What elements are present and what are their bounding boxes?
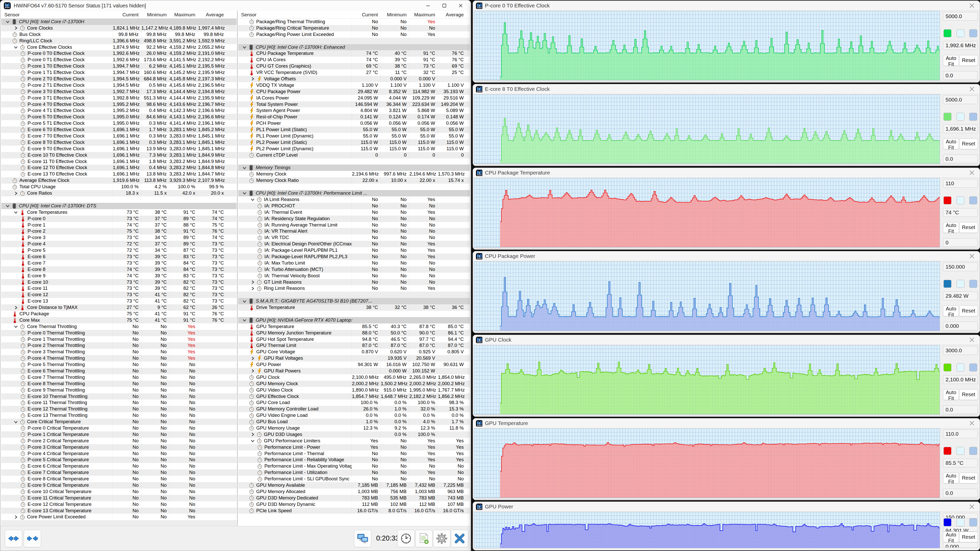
sensor-row[interactable]: Performance Limit - PowerYesNoYesYes — [238, 444, 470, 451]
sensor-row[interactable]: P-core 2 Thermal ThrottlingNoNoYes — [1, 342, 237, 349]
sensor-row[interactable]: GPU Video Clock1,890.0 MHz915.0 MHz1,995… — [238, 387, 470, 393]
sensor-row[interactable]: E-core 11 Thermal ThrottlingNoNoNo — [1, 400, 237, 406]
sensor-row[interactable]: P-core 5 T1 Effective Clock1,995.0 MHz0.… — [1, 120, 237, 127]
clock-button[interactable] — [397, 530, 415, 547]
reset-button[interactable]: Reset — [959, 55, 978, 66]
sensor-row[interactable]: Ring/LLC Clock1,396.6 MHz498.8 MHz3,591.… — [1, 38, 237, 44]
expand-columns-button[interactable] — [5, 530, 22, 547]
sensor-row[interactable]: E-core 7 Thermal ThrottlingNoNoNo — [1, 374, 237, 381]
auto-fit-button[interactable]: Auto Fit — [943, 222, 959, 233]
current-value-field[interactable]: 2,100.0 MHz — [943, 375, 978, 384]
sensor-row[interactable]: GPU Memory Junction Temperature88.0 °C50… — [238, 330, 470, 336]
current-value-field[interactable]: 94.301 W — [943, 526, 978, 532]
sensor-row[interactable]: E-core 11 Critical TemperatureNoNoNo — [1, 495, 237, 501]
sensor-row[interactable]: Total System Power146.594 W36.344 W223.6… — [238, 101, 470, 108]
sensor-row[interactable]: IA: Residency State RegulationNoNoNo — [238, 216, 470, 222]
graph-close-icon[interactable] — [967, 169, 976, 176]
sensor-row[interactable]: System Agent Power4.804 W3.821 W5.868 W5… — [238, 107, 470, 114]
sensor-row[interactable]: P-core 572 °C34 °C87 °C73 °C — [1, 247, 237, 254]
sensor-row[interactable]: PCIe Link Speed16.0 GT/s8.0 GT/s16.0 GT/… — [238, 508, 470, 514]
background-color-swatch[interactable] — [956, 197, 964, 204]
sensor-row[interactable]: E-core 6 Thermal ThrottlingNoNoNo — [1, 368, 237, 374]
scale-max-field[interactable]: 5000.0 — [943, 95, 978, 104]
series-color-swatch[interactable] — [943, 280, 951, 288]
sensor-row[interactable]: E-core 11 T0 Effective Clock1,696.1 MHz1… — [1, 159, 237, 165]
col-current[interactable]: Current — [113, 11, 141, 18]
graph-window-p-core-0-t0-effective-clock[interactable]: P-core 0 T0 Effective Clock5000.01,992.6… — [473, 0, 980, 83]
reset-button[interactable]: Reset — [959, 389, 978, 400]
sensor-row[interactable]: GPU Rail Powers0.000 W100.152 W — [238, 368, 470, 374]
sensor-row[interactable]: GPU D3D Memory Dedicated783 MB535 MB783 … — [238, 495, 470, 501]
sensor-row[interactable]: P-core 5 Critical TemperatureNoNoNo — [1, 457, 237, 463]
sensor-row[interactable]: IA: Package-Level RAPL/PBM PL2,PL3NoNoYe… — [238, 254, 470, 260]
col-current[interactable]: Current — [352, 11, 380, 18]
sensor-row[interactable]: P-core 4 Thermal ThrottlingNoNoYes — [1, 355, 237, 362]
graph-window-gpu-temperature[interactable]: GPU Temperature110.085.5 °CAuto FitReset… — [473, 418, 980, 500]
graph-window-cpu-package-power[interactable]: CPU Package Power150.00029.482 WAuto Fit… — [473, 251, 980, 333]
sensor-row[interactable]: E-core 874 °C39 °C84 °C73 °C — [1, 266, 237, 273]
sensor-row[interactable]: CPU IA Cores74 °C39 °C91 °C76 °C — [238, 57, 470, 63]
sensor-row[interactable]: P-core 1 T0 Effective Clock1,994.7 MHz6.… — [1, 63, 237, 69]
graph-close-icon[interactable] — [967, 252, 976, 260]
sensor-row[interactable]: CPU GT Cores (Graphics)69 °C38 °C73 °C69… — [238, 63, 470, 69]
graph-window-e-core-8-t0-effective-clock[interactable]: E-core 8 T0 Effective Clock5000.01,696.1… — [473, 84, 980, 166]
sensor-row[interactable]: CPU Package75 °C41 °C91 °C76 °C — [1, 311, 237, 317]
sensor-row[interactable]: Average Effective Clock1,919.6 MHz113.8 … — [1, 177, 237, 184]
auto-fit-button[interactable]: Auto Fit — [943, 532, 959, 542]
sensor-row[interactable]: P-core 1 Critical TemperatureNoNoNo — [1, 431, 237, 438]
sensor-row[interactable]: P-core 3 Thermal ThrottlingNoNoYes — [1, 349, 237, 355]
reset-button[interactable]: Reset — [959, 138, 978, 149]
sensor-row[interactable]: GPU Bus Load1.0 %0.0 %4.0 %1.7 % — [238, 419, 470, 425]
graph-titlebar[interactable]: GPU Clock — [473, 335, 980, 345]
sensor-row[interactable]: P-core 0 Thermal ThrottlingNoNoYes — [1, 330, 237, 336]
close-button[interactable] — [452, 0, 469, 11]
scale-min-field[interactable]: 0.0 — [943, 405, 978, 414]
sensor-row[interactable]: Package/Ring Power Limit ExceededNoNoYes — [238, 32, 470, 38]
sensor-row[interactable]: IA Cores Power24.095 W4.044 W109.229 W29… — [238, 95, 470, 101]
settings-gear-button[interactable] — [433, 530, 450, 547]
sensor-row[interactable]: E-core 773 °C39 °C84 °C73 °C — [1, 260, 237, 266]
series-color-swatch[interactable] — [943, 29, 951, 37]
sensor-row[interactable]: GPU D3D Usages0.0 %100.0 % — [238, 431, 470, 438]
sensor-row[interactable]: P-core 5 Thermal ThrottlingNoNoNo — [1, 362, 237, 368]
sensor-row[interactable]: E-core 974 °C39 °C83 °C73 °C — [1, 273, 237, 279]
background-color-swatch[interactable] — [956, 280, 964, 288]
background-color-swatch[interactable] — [956, 29, 964, 37]
sensor-row[interactable]: Rest-of-Chip Power0.141 W0.124 W0.174 W0… — [238, 114, 470, 120]
sensor-row[interactable]: E-core 673 °C39 °C83 °C73 °C — [1, 254, 237, 260]
grid-color-swatch[interactable] — [969, 447, 977, 455]
sensor-row[interactable]: P-core 0 T1 Effective Clock1,992.6 MHz17… — [1, 57, 237, 63]
col-sensor[interactable]: Sensor — [1, 11, 113, 18]
graph-window-gpu-clock[interactable]: GPU Clock3000.02,100.0 MHzAuto FitReset0… — [473, 335, 980, 417]
sensor-row[interactable]: IA: Running Average Thermal LimitNoNoNo — [238, 222, 470, 228]
sensor-row[interactable]: GPU Core Load100.0 %0.0 %100.0 %98.3 % — [238, 400, 470, 406]
sensor-row[interactable]: P-core 5 T0 Effective Clock1,995.0 MHz84… — [1, 114, 237, 120]
col-average[interactable]: Average — [198, 11, 226, 18]
series-color-swatch[interactable] — [943, 197, 951, 204]
sensor-row[interactable]: GPU Performance LimitersYesNoYesYes — [238, 438, 470, 444]
scale-min-field[interactable]: 0.000 — [943, 542, 978, 548]
auto-fit-button[interactable]: Auto Fit — [943, 389, 959, 400]
sensor-row[interactable]: P-core 1 T1 Effective Clock1,994.7 MHz16… — [1, 69, 237, 76]
sensor-row[interactable]: Performance Limit - UtilizationNoNoYesNo — [238, 469, 470, 476]
sensor-row[interactable]: P-core 4 T1 Effective Clock1,995.2 MHz0.… — [1, 107, 237, 114]
section-row[interactable]: CPU [#0]: Intel Core i7-13700H: Performa… — [238, 190, 470, 197]
sensor-row[interactable]: E-core 1373 °C41 °C82 °C73 °C — [1, 298, 237, 304]
sensor-row[interactable]: GPU Memory Controller Load26.0 %1.0 %32.… — [238, 406, 470, 412]
sensor-row[interactable]: CPU Package Temperature74 °C40 °C91 °C76… — [238, 50, 470, 57]
sensor-row[interactable]: Performance Limit - ThermalNoNoYesYes — [238, 451, 470, 457]
sensor-row[interactable]: Total CPU Usage100.0 %4.2 %100.0 %99.9 % — [1, 184, 237, 190]
auto-fit-button[interactable]: Auto Fit — [943, 473, 959, 483]
sensor-row[interactable]: IA: VR TDCNoNoNo — [238, 234, 470, 241]
graph-close-icon[interactable] — [967, 503, 976, 510]
section-row[interactable]: CPU [#0]: Intel Core i7-13700H: DTS — [1, 203, 237, 209]
sensor-row[interactable]: E-core 12 T0 Effective Clock1,696.1 MHz0… — [1, 165, 237, 171]
sensor-row[interactable]: GT Limit ReasonsNoNoNo — [238, 279, 470, 286]
series-color-swatch[interactable] — [943, 447, 951, 455]
current-value-field[interactable]: 29.482 W — [943, 292, 978, 300]
sensor-row[interactable]: GPU Video Engine Load0.0 %0.0 %0.0 %0.0 … — [238, 412, 470, 419]
sensor-row[interactable]: E-core 13 T0 Effective Clock1,696.1 MHz1… — [1, 171, 237, 177]
sensor-row[interactable]: IA: Thermal Velocity BoostNoNoNo — [238, 273, 470, 279]
scale-min-field[interactable]: 0.0 — [943, 71, 978, 80]
sensor-row[interactable]: P-core 0 Critical TemperatureNoNoNo — [1, 425, 237, 431]
